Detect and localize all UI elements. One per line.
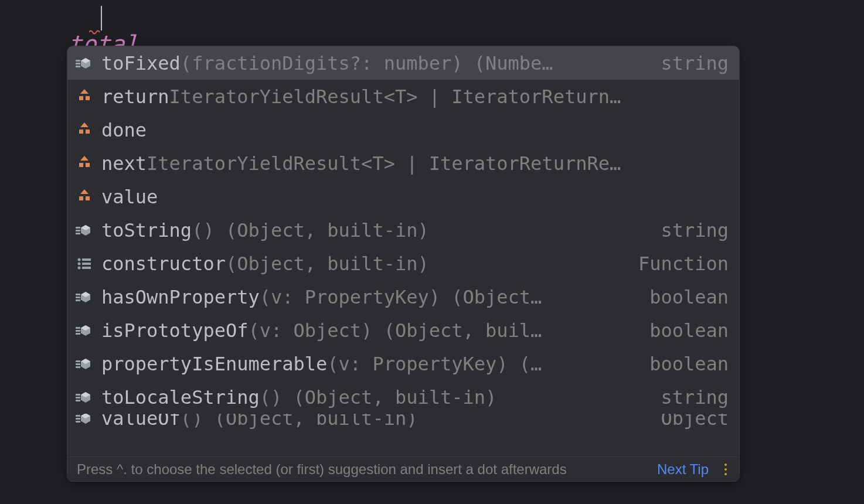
suggestion-label: done: [101, 119, 147, 141]
svg-point-22: [78, 258, 81, 261]
svg-rect-30: [76, 299, 80, 301]
suggestion-list[interactable]: toFixed(fractionDigits?: number) (Numbe……: [67, 46, 739, 457]
suggestion-signature: IteratorYieldResult<T> | IteratorReturn…: [169, 86, 729, 108]
suggestion-label: propertyIsEnumerable: [101, 353, 327, 375]
method-icon: [76, 389, 93, 406]
suggestion-signature: (v: PropertyKey) (…: [327, 353, 639, 375]
suggestion-signature: () (Object, built-in): [260, 386, 651, 408]
svg-rect-48: [76, 415, 80, 417]
method-icon: [76, 414, 93, 427]
property-icon: [76, 155, 93, 172]
next-tip-link[interactable]: Next Tip: [657, 461, 709, 478]
suggestion-label: toLocaleString: [101, 386, 260, 408]
suggestion-item[interactable]: propertyIsEnumerable(v: PropertyKey) (…b…: [67, 347, 739, 380]
svg-rect-9: [79, 130, 83, 134]
field-list-icon: [76, 255, 93, 273]
svg-rect-17: [76, 227, 80, 229]
code-editor[interactable]: total. toFixed(fractionDigits?: number) …: [0, 0, 864, 504]
svg-rect-16: [86, 196, 90, 200]
svg-rect-23: [82, 258, 91, 261]
suggestion-label: next: [101, 152, 147, 175]
popup-footer: Press ^. to choose the selected (or firs…: [67, 457, 739, 481]
svg-rect-6: [79, 96, 83, 100]
suggestion-return-type: Object: [661, 414, 729, 430]
error-underline-icon: [89, 29, 101, 35]
suggestion-signature: () (Object, built-in): [181, 414, 651, 430]
tip-text: Press ^. to choose the selected (or firs…: [77, 461, 649, 478]
suggestion-label: constructor: [101, 253, 226, 275]
svg-rect-43: [76, 394, 80, 396]
property-icon: [76, 188, 93, 206]
suggestion-signature: IteratorYieldResult<T> | IteratorReturnR…: [147, 152, 729, 175]
suggestion-item[interactable]: hasOwnProperty(v: PropertyKey) (Object…b…: [67, 280, 739, 314]
suggestion-label: return: [101, 86, 169, 108]
suggestion-signature: (fractionDigits?: number) (Numbe…: [181, 52, 651, 74]
svg-rect-50: [76, 421, 80, 423]
suggestion-return-type: Function: [638, 253, 729, 275]
svg-rect-38: [76, 360, 80, 362]
svg-rect-15: [79, 196, 83, 200]
suggestion-item[interactable]: toString() (Object, built-in)string: [67, 213, 739, 247]
suggestion-signature: (v: PropertyKey) (Object…: [260, 286, 639, 308]
svg-rect-33: [76, 327, 80, 329]
text-caret: [101, 6, 102, 30]
method-icon: [76, 288, 93, 306]
autocomplete-popup: toFixed(fractionDigits?: number) (Numbe……: [67, 46, 740, 482]
suggestion-return-type: string: [661, 386, 729, 408]
svg-rect-2: [76, 66, 80, 67]
suggestion-item[interactable]: valueOf() (Object, built-in)Object: [67, 414, 739, 437]
method-icon: [76, 222, 93, 239]
svg-marker-5: [80, 89, 89, 94]
svg-rect-28: [76, 294, 80, 295]
svg-rect-39: [76, 363, 80, 365]
suggestion-item[interactable]: isPrototypeOf(v: Object) (Object, buil…b…: [67, 314, 739, 347]
property-icon: [76, 88, 93, 105]
svg-rect-44: [76, 397, 80, 399]
svg-rect-35: [76, 333, 80, 335]
svg-marker-11: [80, 156, 89, 161]
svg-rect-29: [76, 297, 80, 298]
suggestion-item[interactable]: toFixed(fractionDigits?: number) (Numbe……: [67, 46, 739, 80]
method-icon: [76, 322, 93, 339]
suggestion-label: toFixed: [101, 52, 181, 74]
suggestion-label: isPrototypeOf: [101, 319, 248, 342]
property-icon: [76, 121, 93, 139]
svg-marker-8: [80, 122, 89, 127]
suggestion-label: hasOwnProperty: [101, 286, 260, 308]
svg-rect-40: [76, 366, 80, 368]
svg-marker-14: [80, 189, 89, 194]
method-icon: [76, 355, 93, 373]
suggestion-label: valueOf: [101, 414, 181, 430]
svg-point-24: [78, 262, 81, 265]
suggestion-item[interactable]: constructor (Object, built-in)Function: [67, 247, 739, 280]
suggestion-signature: () (Object, built-in): [192, 219, 650, 241]
suggestion-item[interactable]: value: [67, 180, 739, 213]
svg-rect-1: [76, 63, 80, 64]
svg-rect-49: [76, 418, 80, 420]
suggestion-label: value: [101, 186, 158, 208]
svg-point-26: [78, 266, 81, 269]
suggestion-signature: (Object, built-in): [226, 253, 628, 275]
suggestion-item[interactable]: return IteratorYieldResult<T> | Iterator…: [67, 80, 739, 113]
svg-rect-13: [86, 163, 90, 167]
suggestion-item[interactable]: toLocaleString() (Object, built-in)strin…: [67, 380, 739, 414]
suggestion-item[interactable]: next IteratorYieldResult<T> | IteratorRe…: [67, 147, 739, 180]
suggestion-item[interactable]: done: [67, 113, 739, 147]
suggestion-label: toString: [101, 219, 192, 241]
suggestion-return-type: string: [661, 219, 729, 241]
svg-rect-34: [76, 330, 80, 332]
svg-rect-25: [82, 263, 91, 265]
suggestion-return-type: boolean: [649, 286, 729, 308]
svg-rect-45: [76, 400, 80, 401]
svg-rect-18: [76, 230, 80, 231]
svg-rect-19: [76, 233, 80, 234]
svg-rect-27: [82, 267, 91, 269]
suggestion-return-type: boolean: [649, 319, 729, 342]
method-icon: [76, 55, 93, 72]
svg-rect-7: [86, 96, 90, 100]
kebab-menu-icon[interactable]: [719, 464, 732, 475]
svg-rect-10: [86, 130, 90, 134]
svg-rect-0: [76, 60, 80, 62]
svg-rect-12: [79, 163, 83, 167]
suggestion-return-type: string: [661, 52, 729, 74]
